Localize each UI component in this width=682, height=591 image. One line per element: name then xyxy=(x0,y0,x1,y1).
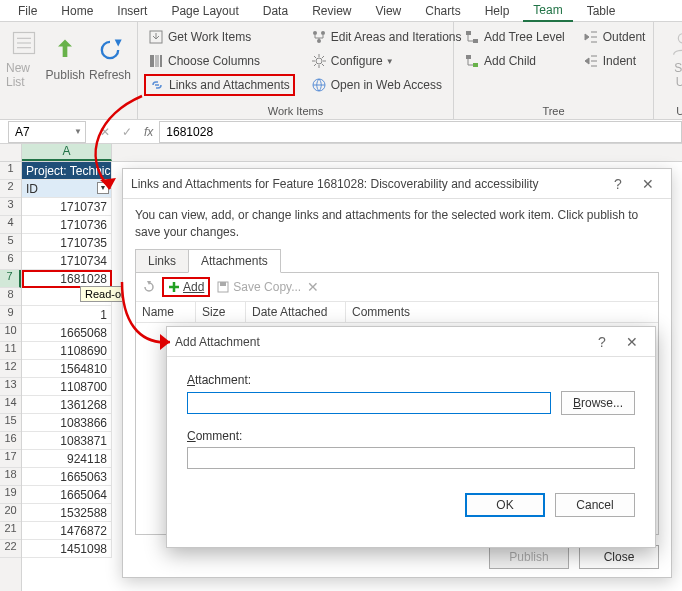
close-icon[interactable]: ✕ xyxy=(617,334,647,350)
cell-A13[interactable]: 1108700 xyxy=(22,378,112,396)
row-22[interactable]: 22 xyxy=(0,540,21,558)
configure-button[interactable]: Configure▼ xyxy=(307,50,466,72)
name-box[interactable]: A7 ▼ xyxy=(8,121,86,143)
open-web-access-button[interactable]: Open in Web Access xyxy=(307,74,466,96)
select-users-button: Sel Us xyxy=(660,26,682,92)
row-2[interactable]: 2 xyxy=(0,180,21,198)
fx-icon[interactable]: fx xyxy=(144,125,153,139)
comment-input[interactable] xyxy=(187,447,635,469)
row-14[interactable]: 14 xyxy=(0,396,21,414)
row-21[interactable]: 21 xyxy=(0,522,21,540)
cell-A5[interactable]: 1710735 xyxy=(22,234,112,252)
cell-A17[interactable]: 924118 xyxy=(22,450,112,468)
outdent-button[interactable]: Outdent xyxy=(579,26,650,48)
tab-view[interactable]: View xyxy=(365,1,411,21)
links-and-attachments-button[interactable]: Links and Attachments xyxy=(144,74,295,96)
cancel-button[interactable]: Cancel xyxy=(555,493,635,517)
tree-child-icon xyxy=(464,53,480,69)
tab-page-layout[interactable]: Page Layout xyxy=(161,1,248,21)
tab-home[interactable]: Home xyxy=(51,1,103,21)
indent-button[interactable]: Indent xyxy=(579,50,650,72)
tab-review[interactable]: Review xyxy=(302,1,361,21)
edit-areas-button[interactable]: Edit Areas and Iterations xyxy=(307,26,466,48)
cell-A10[interactable]: 1665068 xyxy=(22,324,112,342)
row-19[interactable]: 19 xyxy=(0,486,21,504)
col-date[interactable]: Date Attached xyxy=(246,302,346,322)
cell-A16[interactable]: 1083871 xyxy=(22,432,112,450)
cell-A14[interactable]: 1361268 xyxy=(22,396,112,414)
add-tree-level-button[interactable]: Add Tree Level xyxy=(460,26,569,48)
row-8[interactable]: 8 xyxy=(0,288,21,306)
close-button-dlg[interactable]: Close xyxy=(579,545,659,569)
cell-A22[interactable]: 1451098 xyxy=(22,540,112,558)
row-4[interactable]: 4 xyxy=(0,216,21,234)
cell-A9[interactable]: 1 xyxy=(22,306,112,324)
row-9[interactable]: 9 xyxy=(0,306,21,324)
help-icon[interactable]: ? xyxy=(587,334,617,350)
attachment-path-input[interactable] xyxy=(187,392,551,414)
cell-A19[interactable]: 1665064 xyxy=(22,486,112,504)
col-size[interactable]: Size xyxy=(196,302,246,322)
cell-A15[interactable]: 1083866 xyxy=(22,414,112,432)
help-icon[interactable]: ? xyxy=(603,176,633,192)
tab-links[interactable]: Links xyxy=(135,249,189,273)
row-5[interactable]: 5 xyxy=(0,234,21,252)
col-comments[interactable]: Comments xyxy=(346,302,658,322)
cell-A12[interactable]: 1564810 xyxy=(22,360,112,378)
tab-charts[interactable]: Charts xyxy=(415,1,470,21)
dialog2-title: Add Attachment xyxy=(175,335,260,349)
cell-A1[interactable]: Project: Technica xyxy=(22,162,112,180)
tab-team[interactable]: Team xyxy=(523,0,572,22)
cell-A21[interactable]: 1476872 xyxy=(22,522,112,540)
browse-button[interactable]: Browse... xyxy=(561,391,635,415)
add-child-button[interactable]: Add Child xyxy=(460,50,569,72)
row-7[interactable]: 7 xyxy=(0,270,21,288)
cell-A6[interactable]: 1710734 xyxy=(22,252,112,270)
ok-button[interactable]: OK xyxy=(465,493,545,517)
row-13[interactable]: 13 xyxy=(0,378,21,396)
get-work-items-button[interactable]: Get Work Items xyxy=(144,26,295,48)
new-list-button: New List xyxy=(6,26,42,92)
row-15[interactable]: 15 xyxy=(0,414,21,432)
row-12[interactable]: 12 xyxy=(0,360,21,378)
tab-file[interactable]: File xyxy=(8,1,47,21)
outdent-icon xyxy=(583,29,599,45)
row-1[interactable]: 1 xyxy=(0,162,21,180)
publish-icon xyxy=(51,36,79,64)
tab-table[interactable]: Table xyxy=(577,1,626,21)
dialog2-titlebar[interactable]: Add Attachment ? ✕ xyxy=(167,327,655,357)
filter-icon[interactable]: ▼ xyxy=(97,182,109,194)
row-20[interactable]: 20 xyxy=(0,504,21,522)
row-10[interactable]: 10 xyxy=(0,324,21,342)
row-11[interactable]: 11 xyxy=(0,342,21,360)
publish-button[interactable]: Publish xyxy=(46,26,85,92)
chevron-down-icon[interactable]: ▼ xyxy=(74,127,82,136)
cell-A3[interactable]: 1710737 xyxy=(22,198,112,216)
row-18[interactable]: 18 xyxy=(0,468,21,486)
tab-insert[interactable]: Insert xyxy=(107,1,157,21)
dialog-titlebar[interactable]: Links and Attachments for Feature 168102… xyxy=(123,169,671,199)
cell-A20[interactable]: 1532588 xyxy=(22,504,112,522)
row-3[interactable]: 3 xyxy=(0,198,21,216)
disk-icon xyxy=(216,280,230,294)
tab-data[interactable]: Data xyxy=(253,1,298,21)
select-all-corner[interactable] xyxy=(0,144,22,161)
cell-A2[interactable]: ID▼ xyxy=(22,180,112,198)
cell-A4[interactable]: 1710736 xyxy=(22,216,112,234)
refresh-button[interactable]: Refresh xyxy=(89,26,131,92)
add-attachment-button[interactable]: Add xyxy=(162,277,210,297)
tab-help[interactable]: Help xyxy=(475,1,520,21)
cell-A11[interactable]: 1108690 xyxy=(22,342,112,360)
close-icon[interactable]: ✕ xyxy=(633,176,663,192)
choose-columns-button[interactable]: Choose Columns xyxy=(144,50,295,72)
row-17[interactable]: 17 xyxy=(0,450,21,468)
row-6[interactable]: 6 xyxy=(0,252,21,270)
tab-attachments[interactable]: Attachments xyxy=(188,249,281,273)
col-name[interactable]: Name xyxy=(136,302,196,322)
row-16[interactable]: 16 xyxy=(0,432,21,450)
delete-attachment-button: ✕ xyxy=(307,279,319,295)
cell-A18[interactable]: 1665063 xyxy=(22,468,112,486)
svg-rect-23 xyxy=(220,282,226,286)
col-A[interactable]: A xyxy=(22,144,112,161)
formula-input[interactable]: 1681028 xyxy=(159,121,682,143)
